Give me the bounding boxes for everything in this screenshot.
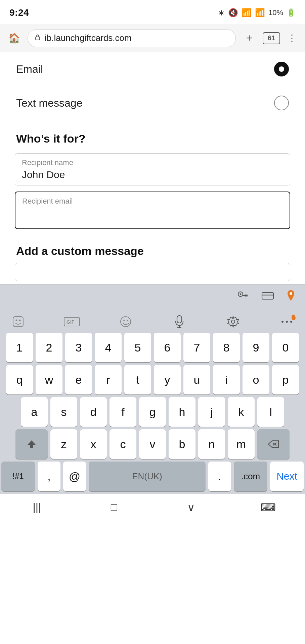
keyboard-row-numbers: 1 2 3 4 5 6 7 8 9 0	[1, 333, 304, 362]
key-p[interactable]: p	[272, 365, 299, 394]
svg-rect-17	[177, 316, 182, 323]
key-space[interactable]: EN(UK)	[89, 462, 206, 491]
key-u[interactable]: u	[183, 365, 210, 394]
emoji-icon[interactable]	[116, 313, 136, 330]
key-9[interactable]: 9	[243, 333, 269, 362]
svg-text:GIF: GIF	[67, 319, 75, 325]
key-comma[interactable]: ,	[38, 462, 60, 491]
key-z[interactable]: z	[50, 429, 77, 459]
key-e[interactable]: e	[65, 365, 92, 394]
key-c[interactable]: c	[110, 429, 136, 459]
key-symbols[interactable]: !#1	[1, 462, 35, 491]
nav-home-icon: □	[111, 501, 117, 514]
svg-point-8	[290, 292, 292, 295]
status-icons: ∗ 🔇 📶 📶 10% 🔋	[218, 8, 296, 17]
sticker-icon[interactable]	[8, 313, 28, 330]
key-1[interactable]: 1	[6, 333, 33, 362]
recipient-email-container[interactable]: Recipient email	[15, 192, 290, 229]
status-time: 9:24	[9, 7, 29, 18]
svg-rect-9	[13, 317, 23, 327]
keyboard: GIF 1 2 3 4 5 6 7 8 9 0 q w e r t y	[0, 309, 305, 494]
key-k[interactable]: k	[228, 397, 255, 427]
add-icon: +	[246, 32, 253, 44]
browser-add-tab-button[interactable]: +	[241, 30, 257, 46]
more-options-icon[interactable]	[277, 313, 297, 330]
svg-rect-0	[36, 37, 40, 40]
key-3[interactable]: 3	[65, 333, 92, 362]
card-icon[interactable]	[261, 290, 274, 303]
browser-tabs-button[interactable]: 61	[263, 32, 280, 44]
microphone-icon[interactable]	[169, 313, 189, 330]
key-h[interactable]: h	[169, 397, 195, 427]
key-2[interactable]: 2	[36, 333, 62, 362]
battery-text: 10%	[268, 8, 283, 17]
key-0[interactable]: 0	[272, 333, 299, 362]
svg-point-21	[281, 321, 284, 323]
custom-message-title: Add a custom message	[0, 235, 305, 263]
key-i[interactable]: i	[213, 365, 240, 394]
key-6[interactable]: 6	[154, 333, 181, 362]
nav-keyboard-button[interactable]: ⌨	[258, 501, 278, 514]
key-f[interactable]: f	[110, 397, 136, 427]
keyboard-row-bottom: !#1 , @ EN(UK) . .com Next	[1, 462, 304, 494]
key-j[interactable]: j	[198, 397, 225, 427]
battery-icon: 🔋	[287, 8, 296, 17]
email-radio[interactable]	[274, 62, 289, 76]
browser-url-bar[interactable]: ib.launchgiftcards.com	[28, 29, 236, 47]
recipient-name-container[interactable]: Recipient name John Doe	[15, 153, 290, 185]
browser-menu-button[interactable]: ⋮	[286, 30, 299, 46]
key-m[interactable]: m	[228, 429, 255, 459]
key-a[interactable]: a	[21, 397, 48, 427]
gif-icon[interactable]: GIF	[62, 313, 82, 330]
email-option[interactable]: Email	[0, 52, 305, 86]
key-b[interactable]: b	[169, 429, 195, 459]
text-message-option[interactable]: Text message	[0, 86, 305, 120]
browser-home-button[interactable]: 🏠	[6, 30, 22, 46]
key-at[interactable]: @	[63, 462, 86, 491]
wifi-icon: 📶	[242, 8, 252, 17]
location-icon[interactable]	[286, 289, 296, 304]
key-o[interactable]: o	[243, 365, 269, 394]
key-icon[interactable]	[237, 290, 249, 303]
nav-home-button[interactable]: □	[104, 501, 124, 514]
svg-point-16	[127, 320, 128, 321]
key-v[interactable]: v	[139, 429, 166, 459]
nav-back-button[interactable]: |||	[27, 501, 47, 514]
key-l[interactable]: l	[257, 397, 284, 427]
key-q[interactable]: q	[6, 365, 33, 394]
svg-point-11	[19, 320, 21, 321]
svg-rect-4	[246, 294, 248, 297]
recipient-email-label: Recipient email	[22, 197, 283, 206]
settings-icon[interactable]	[223, 313, 243, 330]
key-period[interactable]: .	[208, 462, 231, 491]
key-t[interactable]: t	[124, 365, 151, 394]
browser-url-text: ib.launchgiftcards.com	[45, 33, 229, 43]
nav-back-icon: |||	[33, 501, 41, 514]
key-n[interactable]: n	[198, 429, 225, 459]
key-g[interactable]: g	[139, 397, 166, 427]
key-next[interactable]: Next	[270, 462, 304, 491]
key-dotcom[interactable]: .com	[234, 462, 267, 491]
key-x[interactable]: x	[80, 429, 107, 459]
key-d[interactable]: d	[80, 397, 107, 427]
key-5[interactable]: 5	[124, 333, 151, 362]
nav-down-button[interactable]: ∨	[181, 501, 201, 514]
key-4[interactable]: 4	[95, 333, 122, 362]
backspace-key[interactable]	[257, 429, 290, 459]
recipient-email-value	[22, 208, 283, 224]
custom-message-input[interactable]	[15, 263, 290, 281]
keyboard-row-asdf: a s d f g h j k l	[1, 397, 304, 427]
svg-rect-7	[262, 294, 273, 296]
key-8[interactable]: 8	[213, 333, 240, 362]
key-r[interactable]: r	[95, 365, 122, 394]
text-message-radio[interactable]	[274, 96, 289, 110]
url-security-icon	[34, 34, 41, 43]
shift-key[interactable]	[15, 429, 48, 459]
key-w[interactable]: w	[36, 365, 62, 394]
recipient-name-label: Recipient name	[22, 158, 283, 167]
key-7[interactable]: 7	[183, 333, 210, 362]
key-s[interactable]: s	[50, 397, 77, 427]
key-y[interactable]: y	[154, 365, 181, 394]
text-message-label: Text message	[16, 97, 82, 109]
nav-bar: ||| □ ∨ ⌨	[0, 494, 305, 521]
